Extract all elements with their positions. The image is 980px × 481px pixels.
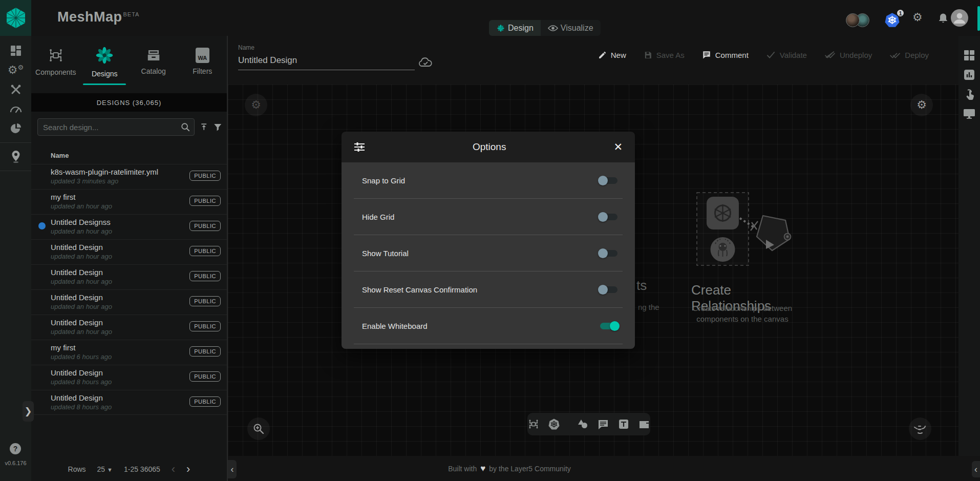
genie-lamp-button[interactable] — [909, 417, 931, 440]
toggle-knob — [598, 212, 608, 222]
obscured-card-description-fragment: ng the — [638, 303, 659, 311]
close-icon[interactable]: ✕ — [613, 141, 623, 153]
design-list-item[interactable]: my first updated an hour ago PUBLIC — [31, 189, 227, 214]
designs-panel: Components Designs — [31, 36, 228, 481]
search-input[interactable] — [43, 123, 181, 132]
search-icon[interactable] — [181, 122, 190, 132]
toggle-knob — [598, 285, 608, 295]
meshmap-app: ⚙ ⚙ — [0, 0, 980, 481]
question-mark-icon: ? — [10, 443, 21, 454]
collaborator-avatars[interactable] — [846, 13, 869, 27]
tab-designs[interactable]: Designs — [80, 36, 130, 87]
footer-collapse-left-handle[interactable]: ‹ — [228, 460, 237, 478]
brand-title: MeshMapBETA — [57, 9, 139, 25]
column-header-name: Name — [51, 152, 69, 159]
option-label: Enable Whiteboard — [362, 322, 428, 330]
nav-dashboard[interactable] — [0, 41, 31, 60]
collaborator-avatar-1[interactable] — [846, 13, 860, 27]
panel-tabs: Components Designs — [31, 36, 227, 87]
design-list-item[interactable]: my first updated 6 hours ago PUBLIC — [31, 340, 227, 365]
footer-credit: Built with ♥ by the Layer5 Community — [228, 456, 791, 481]
design-list-item[interactable]: Untitled Design updated an hour ago PUBL… — [31, 239, 227, 264]
option-label: Snap to Grid — [362, 176, 405, 185]
design-name-input[interactable] — [238, 53, 415, 70]
canvas-tools-toolbar — [527, 413, 650, 435]
design-list-item[interactable]: Untitled Design updated an hour ago PUBL… — [31, 289, 227, 315]
user-avatar[interactable] — [950, 9, 969, 27]
nav-toolkit[interactable] — [0, 80, 31, 99]
components-icon — [47, 47, 65, 64]
option-toggle[interactable] — [598, 247, 620, 259]
nav-meshmap[interactable] — [0, 147, 31, 166]
action-new[interactable]: New — [598, 51, 626, 59]
location-pin-icon — [11, 150, 21, 163]
design-list-item[interactable]: Untitled Design updated 8 hours ago PUBL… — [31, 390, 227, 415]
zoom-in-button[interactable] — [247, 417, 270, 440]
lamp-icon — [913, 422, 927, 435]
comment-tool-icon[interactable] — [597, 418, 609, 430]
kubernetes-context-button[interactable]: 1 — [884, 12, 900, 28]
upload-design-icon[interactable] — [200, 122, 208, 132]
widgets-grid-icon[interactable] — [963, 49, 975, 61]
design-list-item[interactable]: Untitled Design updated an hour ago PUBL… — [31, 264, 227, 289]
notifications-button[interactable] — [938, 13, 948, 24]
active-tab-underline — [83, 83, 126, 85]
panel-expand-handle[interactable]: ❯ — [23, 401, 34, 422]
notification-drawer-edge[interactable] — [977, 6, 980, 31]
visibility-badge: PUBLIC — [189, 346, 221, 357]
action-save-as: Save As — [644, 51, 685, 59]
nav-performance[interactable] — [0, 99, 31, 119]
nav-lifecycle[interactable]: ⚙⚙ — [0, 60, 31, 80]
canvas-settings-left-button[interactable]: ⚙ — [245, 94, 267, 116]
action-comment[interactable]: Comment — [702, 50, 749, 59]
option-toggle[interactable] — [598, 211, 620, 222]
app-footer: Built with ♥ by the Layer5 Community ‹ ‹ — [228, 456, 980, 481]
monitor-icon[interactable] — [963, 108, 975, 120]
gear-icon: ⚙ — [917, 99, 927, 111]
action-validate: Validate — [766, 51, 807, 59]
tab-catalog[interactable]: Catalog — [129, 36, 178, 87]
option-toggle[interactable] — [598, 284, 620, 295]
media-tool-icon[interactable] — [638, 418, 650, 430]
toggle-knob — [598, 248, 608, 258]
tab-components[interactable]: Components — [31, 36, 80, 87]
right-rail — [958, 36, 980, 456]
design-list: k8s-wasm-plugin-ratelimiter.yml updated … — [31, 164, 227, 415]
kubernetes-tool-icon[interactable] — [548, 418, 560, 430]
create-relationships-illustration — [691, 190, 799, 271]
tab-visualize[interactable]: Visualize — [541, 20, 601, 36]
footer-collapse-right-handle[interactable]: ‹ — [972, 461, 980, 477]
mode-switcher: Design Visualize — [489, 20, 601, 36]
text-tool-icon[interactable] — [617, 418, 630, 430]
touch-interaction-icon[interactable] — [963, 88, 975, 100]
design-toolbar: Name New Save As Comment Validate Undepl… — [228, 36, 980, 85]
rows-per-page-select[interactable]: 25 ▼ — [97, 465, 113, 473]
catalog-drawer-icon — [146, 48, 161, 63]
prev-page-button[interactable]: ‹ — [172, 464, 175, 475]
option-toggle[interactable] — [598, 175, 620, 186]
canvas-settings-right-button[interactable]: ⚙ — [910, 94, 933, 116]
tune-icon — [354, 142, 365, 152]
tab-filters[interactable]: WA Filters — [178, 36, 227, 87]
help-button[interactable]: ? — [10, 443, 21, 454]
components-tool-icon[interactable] — [527, 418, 540, 430]
next-page-button[interactable]: › — [186, 464, 190, 475]
search-box[interactable] — [37, 118, 195, 136]
options-modal-header: Options ✕ — [342, 132, 635, 162]
wasm-filters-icon: WA — [196, 48, 209, 63]
filter-funnel-icon[interactable] — [214, 122, 222, 132]
shapes-tool-icon[interactable] — [577, 418, 589, 430]
design-list-item[interactable]: Untitled Design updated an hour ago PUBL… — [31, 315, 227, 340]
chart-panel-icon[interactable] — [963, 69, 975, 81]
design-list-item[interactable]: k8s-wasm-plugin-ratelimiter.yml updated … — [31, 164, 227, 189]
action-undeploy: Undeploy — [824, 51, 872, 59]
design-list-item[interactable]: Untitled Designss updated an hour ago PU… — [31, 214, 227, 239]
nav-extensions[interactable] — [0, 119, 31, 138]
pagination-range: 1-25 36065 — [124, 465, 160, 473]
tab-design[interactable]: Design — [489, 20, 541, 36]
design-list-item[interactable]: Untitled Design updated 8 hours ago PUBL… — [31, 365, 227, 390]
option-toggle[interactable] — [598, 320, 620, 331]
layer5-logo[interactable] — [0, 0, 31, 36]
settings-button[interactable]: ⚙ — [912, 12, 923, 23]
design-name: Untitled Design — [51, 268, 194, 277]
